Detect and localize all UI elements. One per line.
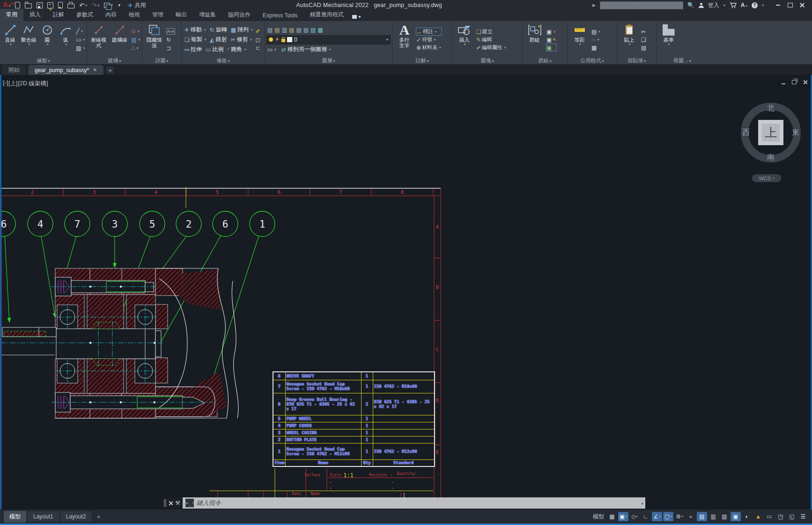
wcs-selector[interactable]: WCS <box>752 174 781 182</box>
hatch-button[interactable]: ▨ <box>76 44 85 52</box>
edit-block-button[interactable]: ✎編輯 <box>476 36 506 43</box>
save-to-mobile-button[interactable] <box>58 2 63 8</box>
panel-title-annotate[interactable]: 註解 <box>394 57 450 64</box>
viewcube[interactable]: 北 西 東 南 上 <box>739 101 803 164</box>
panel-title-layers[interactable]: 圖層 <box>266 57 391 64</box>
layer-isolate-icon[interactable]: ▥ <box>282 27 287 33</box>
ungroup-button[interactable]: ▣✕ <box>546 28 556 35</box>
model-tab[interactable]: 模型 <box>4 511 26 523</box>
group-edit-button[interactable]: ▣✎ <box>546 36 556 43</box>
detail-edge-button[interactable]: ⊐ <box>166 44 175 52</box>
arc-button[interactable]: 弧 <box>57 22 75 57</box>
layer-unisolate-icon[interactable]: ▤ <box>289 27 294 33</box>
center-circle-button[interactable]: ⊙ <box>131 28 140 35</box>
cut-button[interactable]: ✂ <box>641 28 646 35</box>
layer-off-icon[interactable]: ▤ <box>303 27 309 33</box>
group-button[interactable]: 群組 <box>524 22 545 57</box>
help-caret[interactable]: ▾ <box>762 3 764 7</box>
panel-title-draw[interactable]: 繪製 <box>1 57 85 64</box>
viewcube-east[interactable]: 東 <box>792 128 799 138</box>
panel-title-clipboard[interactable]: 剪貼簿 <box>619 57 655 64</box>
new-layout-button[interactable]: ＋ <box>93 512 104 522</box>
tab-start[interactable]: 開始 <box>2 65 26 75</box>
workspace-switch-button[interactable] <box>104 3 113 8</box>
layer-match-icon[interactable]: ▩ <box>317 27 323 33</box>
scale-button[interactable]: ▭比例 <box>204 45 225 54</box>
quick-properties-icon[interactable]: ◳ <box>775 512 786 521</box>
maximize-button[interactable] <box>784 0 796 10</box>
app-menu-button[interactable]: AM <box>3 1 10 9</box>
help-icon[interactable]: ? <box>752 2 758 8</box>
group-select-toggle[interactable]: ▣ <box>546 44 556 51</box>
trim-button[interactable]: ✂修剪 <box>229 35 254 44</box>
layer-states-icon[interactable]: ▤ <box>274 27 280 33</box>
mtext-button[interactable]: A 多行文字 <box>394 22 415 57</box>
dimension-button[interactable]: ↔標註 <box>416 28 441 35</box>
layer-lock-icon[interactable]: ▧ <box>310 27 316 33</box>
hardware-accel-icon[interactable]: ▤ <box>697 512 707 521</box>
rectangle-button[interactable]: ▭ <box>76 36 85 43</box>
model-space-label[interactable]: 模型 <box>593 513 604 521</box>
search-input[interactable] <box>600 1 683 9</box>
rotate-button[interactable]: ↻旋轉 <box>208 25 229 34</box>
tab-output[interactable]: 輸出 <box>170 9 193 21</box>
bom-table[interactable]: 8DRIVE SHAFT 1 7Hexagon Socket Head Cap … <box>273 371 435 467</box>
grid-icon[interactable]: ▦ <box>607 512 617 521</box>
qat-customize-button[interactable]: ▼ <box>118 3 121 7</box>
snap-icon[interactable]: ▣ <box>618 512 628 521</box>
bom-row[interactable]: 5PUMP WHEEL 1 <box>273 415 435 422</box>
annotation-warning-icon[interactable]: ▲ <box>753 512 763 521</box>
close-button[interactable] <box>796 0 808 10</box>
ray-mode-button[interactable]: 射線模式 <box>89 22 109 57</box>
construction-line-button[interactable]: 建構線 <box>110 22 130 57</box>
autoscale-icon[interactable]: ◐ <box>742 512 752 521</box>
drawing-area[interactable]: 2 3 4 5 6 7 8 A B C D E <box>0 75 812 510</box>
bom-row[interactable]: 8DRIVE SHAFT 1 <box>273 372 435 380</box>
bom-row[interactable]: 4PUMP COVER 1 <box>273 422 435 429</box>
tab-content[interactable]: 內容 <box>99 9 123 21</box>
tab-express-tools[interactable]: Express Tools <box>257 10 303 21</box>
insert-block-button[interactable]: 插入 <box>454 22 475 57</box>
undo-button[interactable]: ↶ <box>79 2 87 8</box>
copy-button[interactable]: ❏複製 <box>183 35 207 44</box>
bom-row[interactable]: 2BOTTOM PLATE 1 <box>273 436 435 443</box>
base-view-button[interactable]: 基準 <box>658 22 679 57</box>
layer-filter-button[interactable]: ▭ <box>267 46 276 53</box>
save-as-button[interactable] <box>47 2 53 8</box>
detail-circle-button[interactable]: ↻ <box>166 36 175 43</box>
erase-button[interactable]: ✐ <box>256 28 260 35</box>
layer-properties-icon[interactable]: ▤ <box>267 27 273 33</box>
bom-button[interactable]: ⊗材料表 <box>416 44 441 51</box>
ortho-icon[interactable]: ∟ <box>641 512 651 521</box>
viewcube-south[interactable]: 南 <box>767 153 775 163</box>
edit-attributes-button[interactable]: ✔編輯屬性 <box>476 44 506 51</box>
polar-tracking-icon[interactable]: ∠ <box>652 512 662 521</box>
ribbon-display-button[interactable]: ▾ <box>352 14 361 19</box>
open-file-button[interactable] <box>25 2 32 8</box>
search-icon[interactable]: 🔍 <box>687 2 694 8</box>
bom-row[interactable]: 1Hexagon Socket Head Cap Screw - ISO 476… <box>273 443 435 459</box>
tab-featured-apps[interactable]: 精選應用程式 <box>303 9 349 21</box>
snap-settings-icon[interactable]: ⚙ <box>674 512 685 521</box>
measure-button[interactable]: 等距 <box>569 22 590 57</box>
transparency-icon[interactable]: ▥ <box>708 512 718 521</box>
command-bar[interactable]: ⚒ >_ 鍵入指令 ▴ <box>162 497 645 509</box>
symbol-button[interactable]: ✓符號 <box>416 36 441 43</box>
tab-manage[interactable]: 管理 <box>146 9 170 21</box>
erase-construction-button[interactable]: ∴ <box>131 44 140 52</box>
new-file-button[interactable] <box>15 2 20 8</box>
annotation-scale-icon[interactable]: ▣ <box>731 512 741 521</box>
autodesk-app-button[interactable]: A <box>741 2 747 8</box>
tab-close-icon[interactable]: ✕ <box>93 67 97 73</box>
app-store-cart-icon[interactable] <box>730 2 737 8</box>
doc-restore-button[interactable] <box>792 78 797 86</box>
section-view-button[interactable]: A-A <box>166 28 175 35</box>
line-button[interactable]: 直線 <box>1 22 19 57</box>
hide-situation-button[interactable]: 隱藏情況 <box>144 22 165 57</box>
plot-button[interactable] <box>67 2 74 8</box>
command-bar-grip[interactable] <box>164 500 166 506</box>
viewcube-north[interactable]: 北 <box>767 104 775 113</box>
viewport-view-button[interactable]: [上] <box>8 80 17 88</box>
tab-addins[interactable]: 增益集 <box>193 9 222 21</box>
units-icon[interactable]: ▭ <box>764 512 775 521</box>
